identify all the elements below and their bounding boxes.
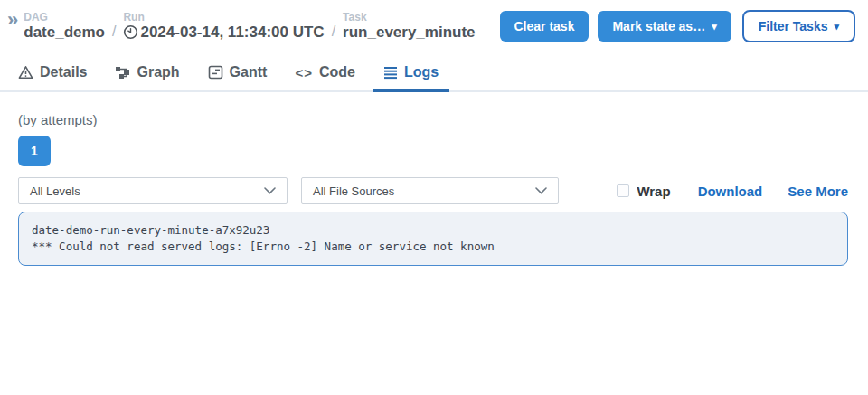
log-filter-row: All Levels All File Sources Wrap Downloa… — [18, 177, 848, 204]
filter-tasks-label: Filter Tasks — [759, 19, 828, 33]
collapse-sidebar-icon[interactable]: » — [4, 10, 24, 42]
tab-code[interactable]: <> Code — [295, 64, 355, 92]
warning-triangle-icon — [18, 65, 33, 80]
run-value[interactable]: 2024-03-14, 11:34:00 UTC — [123, 24, 324, 42]
breadcrumb-dag: DAG date_demo — [24, 11, 105, 42]
dag-label: DAG — [24, 11, 105, 24]
tab-bar: Details Graph Gantt <> Code Logs — [0, 52, 868, 92]
log-level-select[interactable]: All Levels — [18, 177, 288, 204]
tab-label: Logs — [404, 64, 439, 80]
filter-tasks-dropdown-button[interactable]: Filter Tasks▾ — [742, 10, 855, 42]
breadcrumb-separator: / — [112, 24, 116, 42]
log-lines-icon — [383, 66, 398, 80]
tab-logs[interactable]: Logs — [383, 64, 439, 92]
file-source-select[interactable]: All File Sources — [301, 177, 559, 204]
chevron-down-icon — [535, 187, 547, 194]
tab-label: Gantt — [230, 64, 268, 80]
tab-label: Details — [40, 64, 87, 80]
log-level-value: All Levels — [30, 184, 80, 198]
graph-nodes-icon — [115, 65, 130, 80]
dag-value[interactable]: date_demo — [24, 24, 105, 42]
mark-state-label: Mark state as… — [612, 19, 705, 33]
log-output-box[interactable]: date-demo-run-every-minute-a7x92u23 *** … — [18, 212, 848, 266]
header-actions: Clear task Mark state as…▾ Filter Tasks▾ — [500, 10, 856, 42]
gantt-chart-icon — [208, 65, 223, 80]
breadcrumb: DAG date_demo / Run 2024-03-14, 11:34:00… — [24, 11, 475, 42]
logs-panel: (by attempts) 1 All Levels All File Sour… — [0, 112, 868, 266]
breadcrumb-task: Task run_every_minute — [343, 11, 475, 42]
task-value[interactable]: run_every_minute — [343, 24, 475, 42]
see-more-link[interactable]: See More — [788, 183, 848, 199]
log-line: *** Could not read served logs: [Errno -… — [32, 239, 835, 255]
tab-graph[interactable]: Graph — [115, 64, 179, 92]
run-label: Run — [123, 11, 324, 24]
chevron-down-icon — [264, 187, 276, 194]
clear-task-button[interactable]: Clear task — [500, 11, 590, 42]
tab-label: Graph — [137, 64, 179, 80]
breadcrumb-separator: / — [332, 24, 335, 42]
tab-details[interactable]: Details — [18, 64, 87, 92]
breadcrumb-run: Run 2024-03-14, 11:34:00 UTC — [123, 11, 324, 42]
attempt-1-button[interactable]: 1 — [18, 136, 51, 166]
task-label: Task — [343, 11, 475, 24]
wrap-toggle[interactable]: Wrap — [617, 183, 670, 199]
wrap-label: Wrap — [637, 183, 670, 199]
tab-label: Code — [319, 64, 355, 80]
by-attempts-label: (by attempts) — [18, 112, 848, 127]
run-timestamp: 2024-03-14, 11:34:00 UTC — [140, 24, 324, 42]
caret-down-icon: ▾ — [712, 21, 717, 33]
code-brackets-icon: <> — [295, 65, 313, 80]
header: » DAG date_demo / Run 2024-03-14, 11:34:… — [0, 0, 868, 52]
wrap-checkbox[interactable] — [617, 184, 629, 197]
log-line: date-demo-run-every-minute-a7x92u23 — [32, 222, 835, 239]
tab-gantt[interactable]: Gantt — [208, 64, 268, 92]
caret-down-icon: ▾ — [834, 21, 839, 33]
download-link[interactable]: Download — [698, 183, 763, 199]
mark-state-dropdown-button[interactable]: Mark state as…▾ — [598, 11, 731, 42]
file-source-value: All File Sources — [313, 184, 394, 198]
clock-icon — [123, 24, 138, 40]
